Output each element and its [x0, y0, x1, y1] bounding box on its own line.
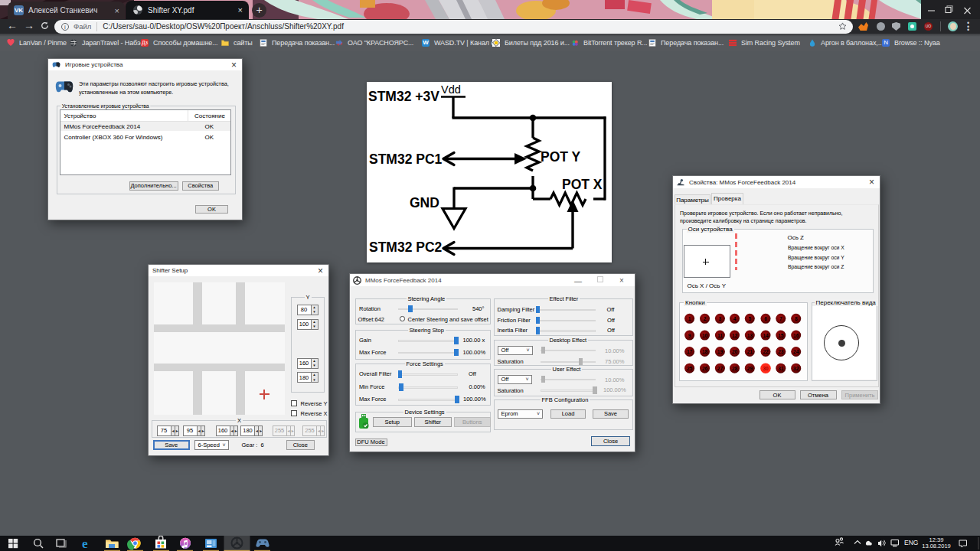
svg-text:14: 14 [763, 333, 769, 338]
svg-text:30: 30 [763, 366, 769, 371]
svg-text:32: 32 [793, 366, 799, 371]
svg-text:POT Y: POT Y [541, 149, 581, 165]
svg-text:28: 28 [732, 366, 738, 371]
svg-text:9: 9 [688, 333, 691, 338]
svg-text:5: 5 [748, 316, 751, 321]
svg-text:7: 7 [779, 316, 782, 321]
svg-text:18: 18 [702, 349, 708, 354]
svg-text:17: 17 [687, 349, 693, 354]
svg-text:27: 27 [717, 366, 724, 371]
svg-text:10: 10 [702, 333, 708, 338]
svg-text:23: 23 [778, 349, 784, 354]
svg-text:21: 21 [747, 349, 753, 354]
svg-text:25: 25 [687, 366, 693, 371]
svg-text:6: 6 [764, 316, 767, 321]
svg-text:GND: GND [410, 195, 439, 210]
svg-text:ENG: ENG [904, 539, 918, 546]
svg-text:19: 19 [717, 349, 724, 354]
svg-text:8: 8 [795, 316, 798, 321]
svg-text:4: 4 [733, 316, 737, 321]
svg-text:22: 22 [763, 349, 769, 354]
svg-text:16: 16 [793, 333, 799, 338]
svg-text:e: e [82, 536, 88, 551]
svg-text:12: 12 [732, 333, 738, 338]
svg-text:13: 13 [747, 333, 753, 338]
svg-text:31: 31 [778, 366, 784, 371]
svg-text:POT X: POT X [562, 177, 603, 192]
svg-text:20: 20 [732, 349, 738, 354]
svg-text:11: 11 [717, 333, 723, 338]
svg-text:26: 26 [702, 366, 708, 371]
svg-text:STM32 PC2: STM32 PC2 [369, 240, 443, 255]
svg-text:29: 29 [747, 366, 753, 371]
svg-text:3: 3 [719, 316, 722, 321]
svg-text:2: 2 [704, 316, 707, 321]
svg-text:1: 1 [688, 316, 691, 321]
svg-text:13.08.2019: 13.08.2019 [922, 543, 951, 549]
svg-text:STM32 PC1: STM32 PC1 [369, 152, 443, 167]
svg-text:15: 15 [778, 333, 784, 338]
svg-text:Vdd: Vdd [441, 83, 461, 96]
svg-text:STM32 +3V: STM32 +3V [368, 89, 439, 104]
svg-text:24: 24 [793, 349, 799, 354]
